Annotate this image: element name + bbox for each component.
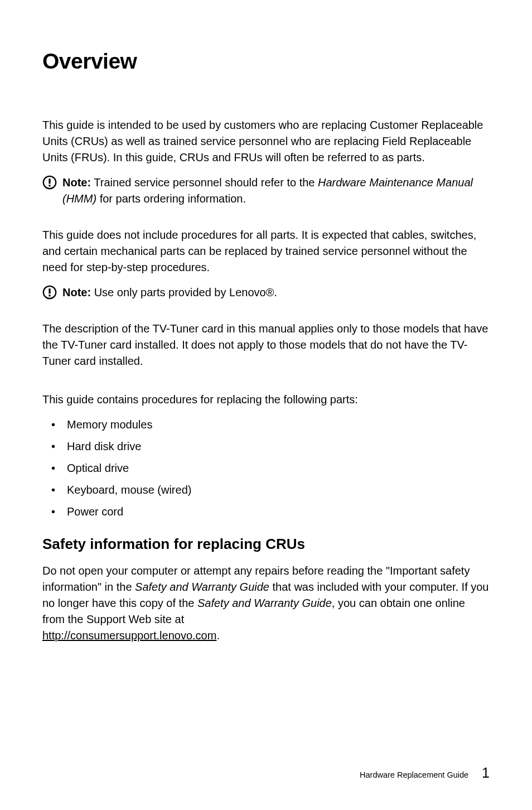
list-intro: This guide contains procedures for repla… <box>42 392 490 408</box>
page-title: Overview <box>42 49 490 74</box>
intro-paragraph-2: This guide does not include procedures f… <box>42 227 490 276</box>
svg-rect-5 <box>49 295 50 296</box>
note-block-2: Note: Use only parts provided by Lenovo®… <box>42 285 490 301</box>
text-part: . <box>216 629 220 642</box>
note-text-part: Use only parts provided by Lenovo®. <box>91 286 277 298</box>
list-item: Keyboard, mouse (wired) <box>42 482 490 498</box>
note-label: Note: <box>62 176 91 189</box>
italic-text: Safety and Warranty Guide <box>135 581 269 593</box>
svg-rect-4 <box>49 288 50 293</box>
safety-heading: Safety information for replacing CRUs <box>42 536 490 553</box>
parts-list: Memory modules Hard disk drive Optical d… <box>42 417 490 520</box>
note-text-2: Note: Use only parts provided by Lenovo®… <box>62 285 277 301</box>
note-label: Note: <box>62 286 91 298</box>
list-item: Power cord <box>42 504 490 520</box>
safety-paragraph: Do not open your computer or attempt any… <box>42 563 490 644</box>
list-item: Hard disk drive <box>42 438 490 455</box>
note-text-part: Trained service personnel should refer t… <box>91 176 318 189</box>
intro-paragraph-1: This guide is intended to be used by cus… <box>42 117 490 166</box>
italic-text: Safety and Warranty Guide <box>197 597 332 609</box>
alert-icon <box>42 285 57 300</box>
footer-title: Hardware Replacement Guide <box>360 770 468 779</box>
intro-paragraph-3: The description of the TV-Tuner card in … <box>42 321 490 369</box>
list-item: Memory modules <box>42 417 490 433</box>
svg-rect-2 <box>49 185 50 186</box>
svg-rect-1 <box>49 179 50 184</box>
page-footer: Hardware Replacement Guide 1 <box>360 765 490 781</box>
list-item: Optical drive <box>42 460 490 476</box>
note-text-1: Note: Trained service personnel should r… <box>62 175 490 207</box>
alert-icon <box>42 175 57 190</box>
note-block-1: Note: Trained service personnel should r… <box>42 175 490 207</box>
page-number: 1 <box>482 765 490 781</box>
support-link[interactable]: http://consumersupport.lenovo.com <box>42 629 216 642</box>
note-text-part: for parts ordering information. <box>96 192 246 205</box>
